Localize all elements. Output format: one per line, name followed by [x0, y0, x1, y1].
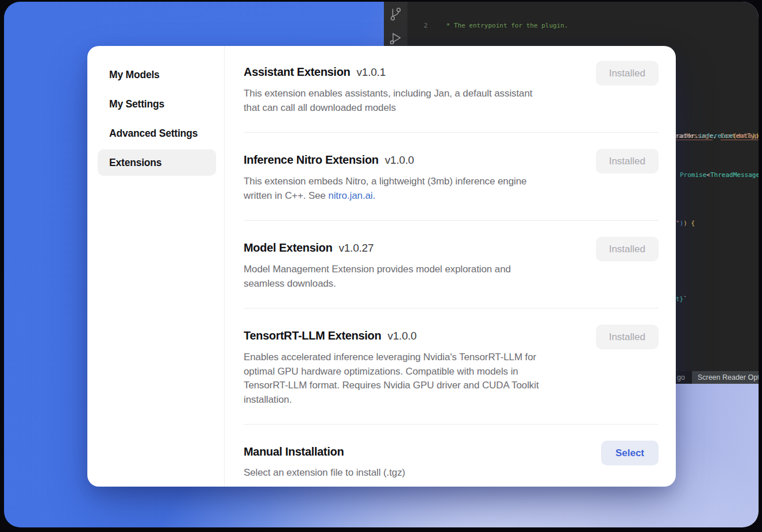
extension-description: Select an extension file to install (.tg…	[244, 466, 405, 480]
extension-row-tensorrt-llm: TensortRT-LLM Extension v1.0.0 Enables a…	[244, 309, 659, 425]
line-number: 2	[420, 21, 428, 30]
extension-description: This extension enables assistants, inclu…	[244, 87, 532, 115]
extension-name: Assistant Extension	[244, 64, 350, 79]
run-debug-icon[interactable]	[388, 31, 403, 47]
code-line-2: 2 * The entrypoint for the plugin.	[420, 21, 759, 30]
installed-button[interactable]: Installed	[596, 325, 659, 349]
status-language-fragment[interactable]: go	[677, 373, 685, 382]
extension-info: Assistant Extension v1.0.1 This extensio…	[244, 64, 532, 115]
extension-version: v1.0.1	[356, 65, 386, 80]
installed-button[interactable]: Installed	[596, 61, 659, 86]
extension-version: v1.0.0	[387, 329, 417, 344]
sidebar-item-advanced-settings[interactable]: Advanced Settings	[98, 120, 216, 147]
extension-row-assistant: Assistant Extension v1.0.1 This extensio…	[244, 63, 659, 133]
screenshot-canvas: 2 * The entrypoint for the plugin. 3 */ …	[4, 2, 759, 527]
extension-name: TensortRT-LLM Extension	[244, 328, 381, 343]
code-fragment-inference: rator.inference(data));	[676, 132, 759, 141]
sidebar-item-my-settings[interactable]: My Settings	[98, 91, 216, 117]
extension-name: Manual Installation	[244, 444, 344, 459]
source-control-icon[interactable]	[388, 6, 403, 22]
extension-info: Model Extension v1.0.27 Model Management…	[244, 240, 511, 291]
extension-info: TensortRT-LLM Extension v1.0.0 Enables a…	[244, 328, 539, 407]
extension-description: Model Management Extension provides mode…	[244, 263, 511, 291]
installed-button[interactable]: Installed	[596, 237, 659, 261]
sidebar-item-my-models[interactable]: My Models	[98, 61, 216, 88]
code-fragment-promise: Promise<ThreadMessage>	[680, 171, 759, 180]
extension-description: Enables accelerated inference leveraging…	[244, 350, 539, 407]
extensions-list: Assistant Extension v1.0.1 This extensio…	[225, 46, 676, 487]
select-button[interactable]: Select	[601, 441, 659, 465]
code-fragment-parens: ")) {	[676, 219, 695, 228]
extension-row-manual-installation: Manual Installation Select an extension …	[244, 425, 659, 487]
installed-button[interactable]: Installed	[596, 149, 659, 174]
code-fragment-template-end: t}`	[676, 295, 687, 304]
sidebar-item-extensions[interactable]: Extensions	[98, 149, 216, 176]
extension-row-model: Model Extension v1.0.27 Model Management…	[244, 221, 659, 309]
extension-info: Inference Nitro Extension v1.0.0 This ex…	[244, 152, 526, 203]
extension-name: Inference Nitro Extension	[244, 152, 379, 167]
extension-name: Model Extension	[244, 240, 332, 255]
extension-row-inference-nitro: Inference Nitro Extension v1.0.0 This ex…	[244, 133, 659, 221]
settings-sidebar: My Models My Settings Advanced Settings …	[87, 46, 225, 487]
extension-version: v1.0.27	[338, 241, 374, 256]
extension-info: Manual Installation Select an extension …	[244, 444, 405, 480]
nitro-jan-ai-link[interactable]: nitro.jan.ai.	[328, 190, 375, 201]
settings-modal: My Models My Settings Advanced Settings …	[87, 46, 676, 487]
extension-version: v1.0.0	[385, 153, 414, 168]
extension-description: This extension embeds Nitro, a lightweig…	[244, 175, 526, 203]
screen-reader-status-item[interactable]: Screen Reader Optimized	[692, 371, 759, 384]
